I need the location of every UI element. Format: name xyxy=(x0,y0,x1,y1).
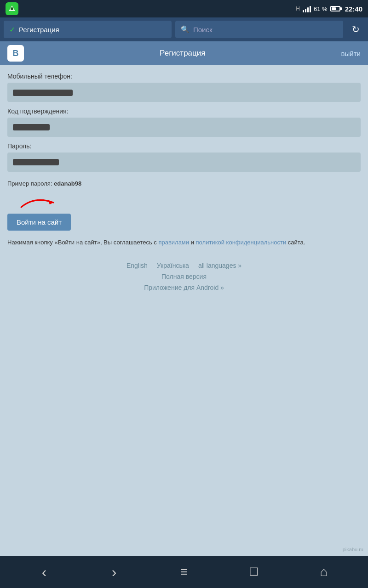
forward-button[interactable]: › xyxy=(100,560,128,583)
tabs-button[interactable]: ☐ xyxy=(240,560,268,583)
submit-button-wrapper: Войти на сайт xyxy=(7,214,361,231)
status-bar: H 61 % 22:40 xyxy=(0,0,368,17)
watermark: pikabu.ru xyxy=(343,547,363,552)
main-content: Мобильный телефон: Код подтверждения: Па… xyxy=(0,65,368,556)
password-example: Пример пароля: edanab98 xyxy=(7,180,361,187)
search-bar[interactable]: 🔍 Поиск xyxy=(175,21,343,38)
code-redacted xyxy=(13,124,50,130)
full-version-link[interactable]: Полная версия xyxy=(161,273,207,280)
refresh-button[interactable]: ↻ xyxy=(347,21,364,38)
code-form-group: Код подтверждения: xyxy=(7,107,361,137)
status-icons: H 61 % 22:40 xyxy=(296,5,362,13)
code-label: Код подтверждения: xyxy=(7,107,361,115)
phone-form-group: Мобильный телефон: xyxy=(7,73,361,102)
terms-privacy-link[interactable]: политикой конфиденциальности xyxy=(196,239,287,246)
password-input[interactable] xyxy=(7,153,361,172)
submit-button[interactable]: Войти на сайт xyxy=(7,214,71,231)
password-label: Пароль: xyxy=(7,142,361,150)
tab-check-icon: ✓ xyxy=(9,25,15,34)
time-display: 22:40 xyxy=(345,5,362,13)
footer-full-version-row: Полная версия xyxy=(7,273,361,280)
app-icon xyxy=(6,2,18,15)
password-example-prefix: Пример пароля: xyxy=(7,180,54,187)
red-arrow-annotation xyxy=(17,193,63,212)
password-form-group: Пароль: xyxy=(7,142,361,172)
vk-page-title: Регистрация xyxy=(24,49,341,58)
vk-logout-button[interactable]: выйти xyxy=(341,50,361,57)
h-icon: H xyxy=(296,6,300,12)
android-app-link[interactable]: Приложение для Android » xyxy=(144,284,224,291)
back-button[interactable]: ‹ xyxy=(30,560,58,583)
terms-text: Нажимая кнопку «Войти на сайт», Вы согла… xyxy=(7,238,361,247)
bottom-nav: ‹ › ≡ ☐ ⌂ xyxy=(0,556,368,588)
lang-all-link[interactable]: all languages » xyxy=(198,262,242,269)
battery-icon xyxy=(330,6,340,11)
lang-english-link[interactable]: English xyxy=(126,262,148,269)
footer-links: English Українська all languages » Полна… xyxy=(7,262,361,291)
search-icon: 🔍 xyxy=(181,25,190,34)
footer-language-row: English Українська all languages » xyxy=(7,262,361,269)
terms-suffix: сайта. xyxy=(286,239,305,246)
active-tab[interactable]: ✓ Регистрация xyxy=(4,21,172,38)
home-button[interactable]: ⌂ xyxy=(310,560,338,583)
app-icon-container xyxy=(6,2,18,15)
terms-rules-link[interactable]: правилами xyxy=(158,239,189,246)
battery-percent: 61 % xyxy=(314,6,328,12)
menu-button[interactable]: ≡ xyxy=(170,560,198,583)
password-example-value: edanab98 xyxy=(54,180,81,187)
phone-input[interactable] xyxy=(7,83,361,102)
tab-title: Регистрация xyxy=(19,26,59,34)
signal-bars xyxy=(303,5,311,12)
vk-logo[interactable]: В xyxy=(7,45,24,62)
terms-prefix: Нажимая кнопку «Войти на сайт», Вы согла… xyxy=(7,239,158,246)
phone-redacted xyxy=(13,89,73,96)
svg-point-1 xyxy=(11,7,13,10)
code-input[interactable] xyxy=(7,118,361,137)
vk-header: В Регистрация выйти xyxy=(0,41,368,65)
lang-ukrainian-link[interactable]: Українська xyxy=(157,262,189,269)
terms-and: и xyxy=(189,239,196,246)
password-redacted xyxy=(13,159,59,165)
browser-tabbar: ✓ Регистрация 🔍 Поиск ↻ xyxy=(0,17,368,41)
footer-android-row: Приложение для Android » xyxy=(7,284,361,291)
search-placeholder: Поиск xyxy=(193,26,213,34)
phone-label: Мобильный телефон: xyxy=(7,73,361,80)
